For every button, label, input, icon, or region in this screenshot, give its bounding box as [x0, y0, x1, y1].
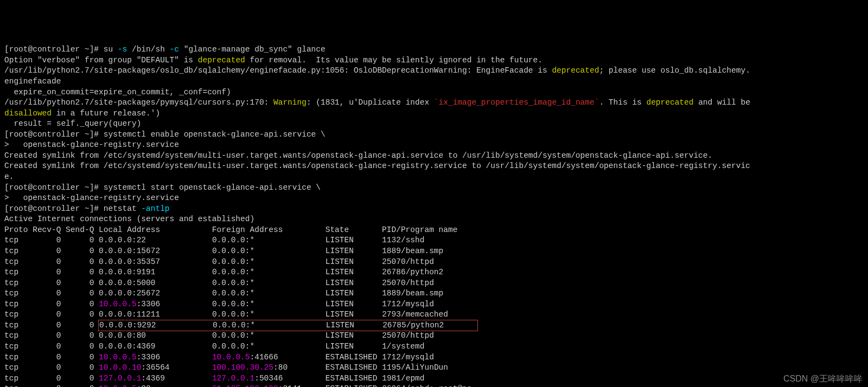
netstat-row: tcp 0 0 0.0.0.0:35357 0.0.0.0:* LISTEN 2…	[4, 257, 868, 268]
watermark: CSDN @王哞哞哞哞	[783, 373, 863, 385]
netstat-row: tcp 0 0 0.0.0.0:5000 0.0.0.0:* LISTEN 25…	[4, 278, 868, 289]
netstat-row: tcp 0 0 127.0.0.1:4369 127.0.0.1:50346 E…	[4, 373, 868, 384]
netstat-row: tcp 0 0 0.0.0.0:22 0.0.0.0:* LISTEN 1132…	[4, 235, 868, 246]
netstat-row: tcp 0 0 0.0.0.0:11211 0.0.0.0:* LISTEN 2…	[4, 309, 868, 320]
netstat-row: tcp 0 0 0.0.0.0:4369 0.0.0.0:* LISTEN 1/…	[4, 341, 868, 352]
netstat-row: tcp 0 0 10.0.0.10:36564 100.100.30.25:80…	[4, 363, 868, 373]
netstat-row: tcp 0 0 0.0.0.0:80 0.0.0.0:* LISTEN 2507…	[4, 331, 868, 341]
netstat-row: tcp 0 0 0.0.0.0:9191 0.0.0.0:* LISTEN 26…	[4, 267, 868, 278]
netstat-row: tcp 0 0 0.0.0.0:15672 0.0.0.0:* LISTEN 1…	[4, 246, 868, 257]
netstat-row: tcp 0 0 0.0.0.0:9292 0.0.0.0:* LISTEN 26…	[4, 320, 868, 331]
netstat-row: tcp 0 0 10.0.0.5:3306 10.0.0.5:41666 EST…	[4, 352, 868, 363]
netstat-row: tcp 0 0 10.0.0.5:22 61.185.190.199:3141 …	[4, 384, 868, 387]
netstat-row: tcp 0 0 10.0.0.5:3306 0.0.0.0:* LISTEN 1…	[4, 299, 868, 310]
netstat-row: tcp 0 0 0.0.0.0:25672 0.0.0.0:* LISTEN 1…	[4, 288, 868, 299]
terminal-output[interactable]: [root@controller ~]# su -s /bin/sh -c "g…	[4, 44, 868, 387]
